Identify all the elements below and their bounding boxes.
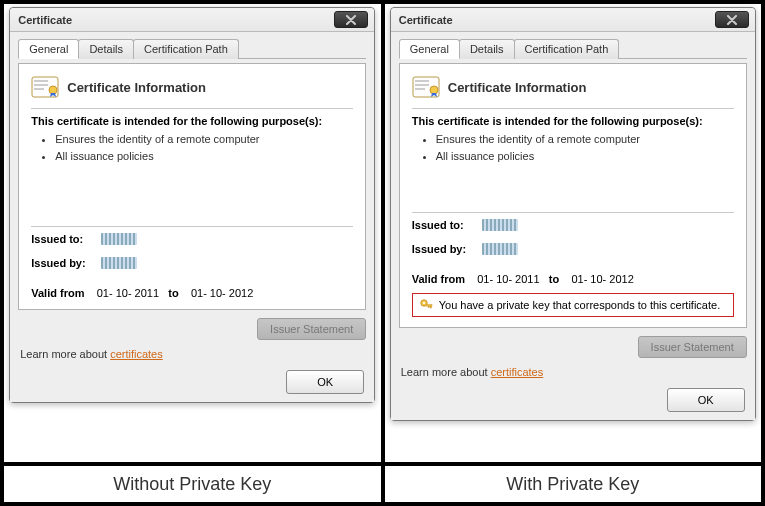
ok-button[interactable]: OK — [667, 388, 745, 412]
tab-details[interactable]: Details — [78, 39, 134, 59]
close-button[interactable] — [334, 11, 368, 28]
issued-by-value-redacted — [482, 243, 518, 255]
tab-strip: General Details Certification Path — [399, 38, 747, 59]
issued-by-row: Issued by: — [31, 257, 353, 269]
svg-rect-13 — [430, 306, 432, 308]
divider — [31, 226, 353, 227]
issued-by-row: Issued by: — [412, 243, 734, 255]
tab-content: Certificate Information This certificate… — [18, 63, 366, 310]
titlebar: Certificate — [391, 8, 755, 32]
issued-to-label: Issued to: — [412, 219, 476, 231]
valid-row: Valid from 01- 10- 2011 to 01- 10- 2012 — [31, 287, 353, 299]
window-title: Certificate — [18, 14, 72, 26]
cert-info-title: Certificate Information — [67, 80, 206, 95]
tab-general[interactable]: General — [18, 39, 79, 59]
valid-to-value: 01- 10- 2012 — [571, 273, 633, 285]
purpose-heading: This certificate is intended for the fol… — [31, 115, 353, 127]
svg-point-11 — [423, 302, 425, 304]
purpose-heading: This certificate is intended for the fol… — [412, 115, 734, 127]
learn-more: Learn more about certificates — [20, 348, 364, 360]
key-icon — [419, 298, 433, 312]
svg-rect-14 — [428, 306, 429, 307]
cert-header: Certificate Information — [412, 72, 734, 106]
ok-row: OK — [18, 366, 366, 394]
client-area: General Details Certification Path Certi… — [391, 32, 755, 420]
spacer — [31, 164, 353, 224]
valid-from-value: 01- 10- 2011 — [97, 287, 159, 299]
learn-more: Learn more about certificates — [401, 366, 745, 378]
issued-to-row: Issued to: — [31, 233, 353, 245]
tab-certification-path[interactable]: Certification Path — [133, 39, 239, 59]
caption-right: With Private Key — [383, 464, 764, 504]
valid-to-label: to — [168, 287, 178, 299]
svg-rect-8 — [415, 88, 425, 90]
purpose-item: Ensures the identity of a remote compute… — [55, 131, 353, 148]
svg-rect-2 — [34, 84, 48, 86]
panel-with-private-key: Certificate General Details Certificatio… — [383, 2, 764, 464]
issued-by-label: Issued by: — [412, 243, 476, 255]
issuer-statement-button: Issuer Statement — [257, 318, 366, 340]
divider — [31, 108, 353, 109]
svg-rect-1 — [34, 80, 48, 82]
tab-certification-path[interactable]: Certification Path — [514, 39, 620, 59]
svg-rect-3 — [34, 88, 44, 90]
close-icon — [726, 15, 738, 25]
purpose-item: All issuance policies — [55, 148, 353, 165]
close-button[interactable] — [715, 11, 749, 28]
purpose-item: All issuance policies — [436, 148, 734, 165]
tab-general[interactable]: General — [399, 39, 460, 59]
certificates-link[interactable]: certificates — [110, 348, 163, 360]
issued-to-label: Issued to: — [31, 233, 95, 245]
spacer — [412, 164, 734, 210]
learn-more-prefix: Learn more about — [20, 348, 110, 360]
window-title: Certificate — [399, 14, 453, 26]
certificates-link[interactable]: certificates — [491, 366, 544, 378]
valid-to-value: 01- 10- 2012 — [191, 287, 253, 299]
valid-from-label: Valid from — [412, 273, 465, 285]
svg-point-9 — [430, 86, 438, 94]
ok-button[interactable]: OK — [286, 370, 364, 394]
divider — [412, 108, 734, 109]
divider — [412, 212, 734, 213]
svg-rect-7 — [415, 84, 429, 86]
svg-rect-6 — [415, 80, 429, 82]
valid-from-value: 01- 10- 2011 — [477, 273, 539, 285]
svg-point-4 — [49, 86, 57, 94]
tab-content: Certificate Information This certificate… — [399, 63, 747, 328]
ok-row: OK — [399, 384, 747, 412]
purpose-list: Ensures the identity of a remote compute… — [412, 131, 734, 164]
client-area: General Details Certification Path Certi… — [10, 32, 374, 402]
certificate-icon — [31, 76, 59, 98]
cert-header: Certificate Information — [31, 72, 353, 106]
valid-from-label: Valid from — [31, 287, 84, 299]
valid-to-label: to — [549, 273, 559, 285]
cert-info-title: Certificate Information — [448, 80, 587, 95]
learn-more-prefix: Learn more about — [401, 366, 491, 378]
purpose-item: Ensures the identity of a remote compute… — [436, 131, 734, 148]
comparison-frame: Certificate General Details Certificatio… — [0, 0, 765, 506]
purpose-list: Ensures the identity of a remote compute… — [31, 131, 353, 164]
issued-to-row: Issued to: — [412, 219, 734, 231]
captions-row: Without Private Key With Private Key — [2, 464, 763, 504]
valid-row: Valid from 01- 10- 2011 to 01- 10- 2012 — [412, 273, 734, 285]
certificate-dialog: Certificate General Details Certificatio… — [390, 7, 756, 421]
tab-details[interactable]: Details — [459, 39, 515, 59]
issued-to-value-redacted — [101, 233, 137, 245]
tab-strip: General Details Certification Path — [18, 38, 366, 59]
caption-left: Without Private Key — [2, 464, 383, 504]
issued-to-value-redacted — [482, 219, 518, 231]
titlebar: Certificate — [10, 8, 374, 32]
panel-without-private-key: Certificate General Details Certificatio… — [2, 2, 383, 464]
close-icon — [345, 15, 357, 25]
certificate-icon — [412, 76, 440, 98]
private-key-notice: You have a private key that corresponds … — [412, 293, 734, 317]
certificate-dialog: Certificate General Details Certificatio… — [9, 7, 375, 403]
panels-row: Certificate General Details Certificatio… — [2, 2, 763, 464]
private-key-text: You have a private key that corresponds … — [439, 299, 720, 311]
issued-by-value-redacted — [101, 257, 137, 269]
issued-by-label: Issued by: — [31, 257, 95, 269]
issuer-statement-button: Issuer Statement — [638, 336, 747, 358]
